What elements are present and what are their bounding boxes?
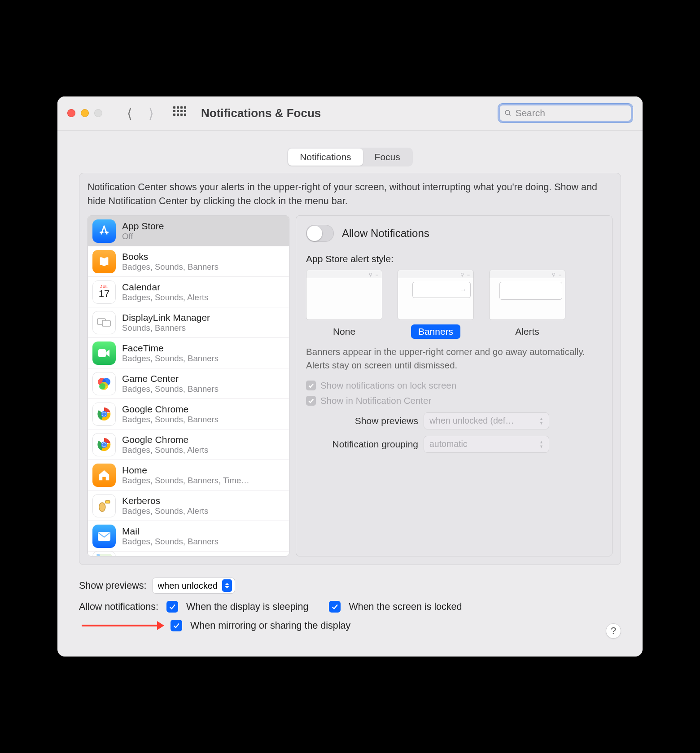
- annotation-arrow-icon: [82, 625, 158, 626]
- back-button[interactable]: ⟨: [122, 105, 137, 121]
- content: Notifications Focus Notification Center …: [57, 131, 643, 657]
- tab-focus[interactable]: Focus: [363, 149, 412, 166]
- app-row-app-store[interactable]: App StoreOff: [88, 216, 289, 246]
- app-row-facetime[interactable]: FaceTimeBadges, Sounds, Banners: [88, 338, 289, 368]
- chrome-icon: [92, 403, 116, 426]
- app-row-maps[interactable]: Maps: [88, 552, 289, 556]
- intro-text: Notification Center shows your alerts in…: [88, 180, 612, 208]
- show-all-icon[interactable]: [173, 106, 187, 120]
- opt-lock-screen[interactable]: Show notifications on lock screen: [306, 380, 602, 391]
- svg-point-17: [99, 503, 105, 512]
- footer-previews-label: Show previews:: [79, 580, 147, 591]
- checkbox-locked[interactable]: [329, 601, 341, 613]
- svg-point-16: [102, 443, 106, 447]
- allow-notifications-label: Allow Notifications: [342, 227, 429, 240]
- detail-panel: Allow Notifications App Store alert styl…: [296, 215, 612, 556]
- minimize-icon[interactable]: [81, 109, 89, 117]
- app-store-icon: [92, 219, 116, 243]
- search-icon: [504, 109, 512, 117]
- checkbox-sleep[interactable]: [166, 601, 178, 613]
- titlebar: ⟨ ⟩ Notifications & Focus: [57, 96, 643, 131]
- app-row-home[interactable]: HomeBadges, Sounds, Banners, Time…: [88, 460, 289, 490]
- svg-point-0: [505, 110, 510, 115]
- tab-bar: Notifications Focus: [287, 148, 413, 166]
- footer-allow-label: Allow notifications:: [79, 601, 158, 613]
- app-row-calendar[interactable]: JUL 17 CalendarBadges, Sounds, Alerts: [88, 277, 289, 307]
- app-row-game-center[interactable]: Game CenterBadges, Sounds, Banners: [88, 368, 289, 399]
- preferences-window: ⟨ ⟩ Notifications & Focus Notifications …: [57, 96, 643, 657]
- displaylink-icon: [92, 311, 116, 334]
- svg-rect-19: [98, 532, 110, 541]
- app-row-chrome-2[interactable]: Google ChromeBadges, Sounds, Alerts: [88, 429, 289, 460]
- style-description: Banners appear in the upper-right corner…: [306, 345, 602, 372]
- svg-point-8: [99, 383, 105, 390]
- allow-notifications-toggle[interactable]: [306, 225, 334, 242]
- app-name: App Store: [122, 221, 164, 232]
- forward-button[interactable]: ⟩: [144, 105, 159, 121]
- app-list[interactable]: App StoreOff BooksBadges, Sounds, Banner…: [88, 215, 289, 556]
- game-center-icon: [92, 372, 116, 395]
- help-button[interactable]: ?: [606, 623, 621, 639]
- svg-rect-4: [98, 349, 106, 357]
- search-field[interactable]: [498, 104, 633, 123]
- app-sub: Off: [122, 232, 164, 241]
- tab-notifications[interactable]: Notifications: [288, 149, 363, 166]
- app-row-mail[interactable]: MailBadges, Sounds, Banners: [88, 521, 289, 552]
- app-row-kerberos[interactable]: KerberosBadges, Sounds, Alerts: [88, 490, 289, 521]
- svg-rect-18: [105, 500, 110, 503]
- opt-notification-center[interactable]: Show in Notification Center: [306, 395, 602, 406]
- footer: Show previews: when unlocked Allow notif…: [79, 578, 621, 631]
- maps-icon: [92, 551, 116, 556]
- svg-rect-3: [102, 320, 110, 326]
- previews-label: Show previews: [306, 416, 418, 426]
- chevron-updown-icon: ▲▼: [539, 416, 543, 425]
- style-none[interactable]: ⚲≡ None: [306, 270, 382, 339]
- main-panel: Notification Center shows your alerts in…: [79, 173, 621, 565]
- mail-icon: [92, 525, 116, 548]
- kerberos-icon: [92, 494, 116, 517]
- close-icon[interactable]: [67, 109, 75, 117]
- previews-select[interactable]: when unlocked (def… ▲▼: [424, 412, 549, 429]
- search-input[interactable]: [515, 108, 626, 118]
- window-title: Notifications & Focus: [201, 106, 321, 120]
- grouping-select[interactable]: automatic ▲▼: [424, 436, 549, 453]
- checkbox-mirror[interactable]: [171, 620, 182, 631]
- grouping-label: Notification grouping: [306, 439, 418, 450]
- style-banners[interactable]: ⚲≡→ Banners: [398, 270, 474, 339]
- style-alerts[interactable]: ⚲≡ Alerts: [489, 270, 565, 339]
- window-controls: [67, 109, 102, 117]
- chrome-icon: [92, 433, 116, 456]
- app-row-books[interactable]: BooksBadges, Sounds, Banners: [88, 246, 289, 277]
- app-row-chrome-1[interactable]: Google ChromeBadges, Sounds, Banners: [88, 399, 289, 429]
- chevron-updown-icon: [222, 579, 232, 592]
- books-icon: [92, 250, 116, 273]
- alert-style-label: App Store alert style:: [306, 254, 602, 264]
- facetime-icon: [92, 341, 116, 365]
- app-row-displaylink[interactable]: DisplayLink ManagerSounds, Banners: [88, 307, 289, 338]
- svg-point-12: [102, 412, 106, 416]
- chevron-updown-icon: ▲▼: [539, 440, 543, 449]
- calendar-icon: JUL 17: [92, 280, 116, 304]
- zoom-icon: [94, 109, 102, 117]
- footer-previews-select[interactable]: when unlocked: [152, 578, 235, 594]
- svg-line-1: [509, 114, 510, 115]
- home-icon: [92, 464, 116, 487]
